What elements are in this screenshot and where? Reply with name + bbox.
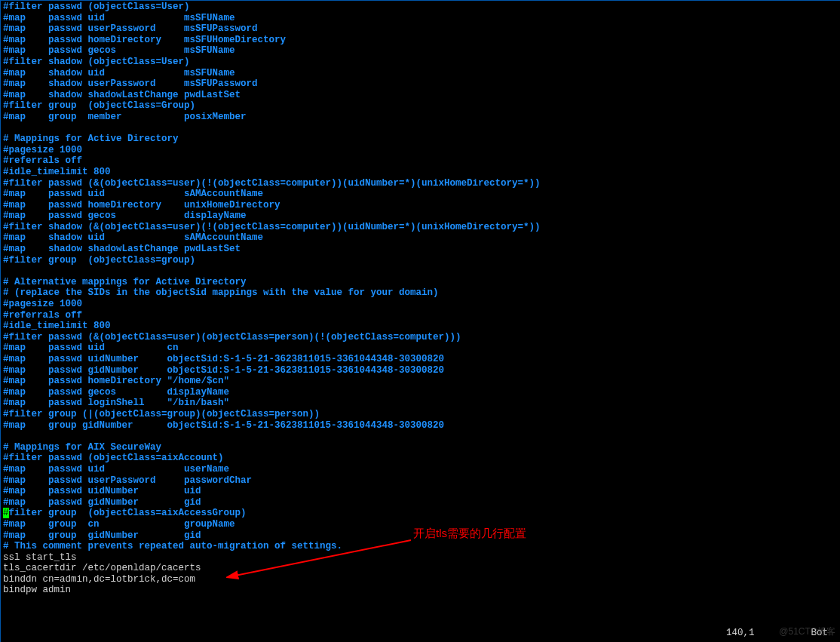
config-line: #filter shadow (objectClass=User) (3, 57, 837, 68)
config-line (3, 431, 837, 442)
config-line: #map passwd uidNumber uid (3, 486, 837, 497)
config-line: # This comment prevents repeated auto-mi… (3, 541, 837, 552)
config-line: #map passwd uidNumber objectSid:S-1-5-21… (3, 354, 837, 365)
config-line: #filter group (objectClass=group) (3, 255, 837, 266)
config-line: #map shadow shadowLastChange pwdLastSet (3, 90, 837, 101)
watermark: @51CTO博客 (779, 626, 835, 637)
config-line: #pagesize 1000 (3, 299, 837, 310)
config-line: #filter passwd (objectClass=aixAccount) (3, 453, 837, 464)
config-line: #map passwd gidNumber objectSid:S-1-5-21… (3, 365, 837, 376)
config-line: #filter passwd (objectClass=User) (3, 2, 837, 13)
config-line: bindpw admin (3, 585, 837, 596)
config-line: # Alternative mappings for Active Direct… (3, 277, 837, 288)
config-line: #referrals off (3, 310, 837, 321)
config-line: #filter shadow (&(objectClass=user)(!(ob… (3, 222, 837, 233)
config-line: #map shadow shadowLastChange pwdLastSet (3, 244, 837, 255)
config-line: #map passwd uid msSFUName (3, 13, 837, 24)
config-line: #map shadow uid sAMAccountName (3, 232, 837, 244)
config-line: binddn cn=admin,dc=lotbrick,dc=com (3, 574, 837, 585)
config-line: #map shadow userPassword msSFUPassword (3, 78, 837, 90)
config-line: #referrals off (3, 155, 837, 167)
config-line: tls_cacertdir /etc/openldap/cacerts (3, 563, 837, 574)
config-line: #map passwd homeDirectory unixHomeDirect… (3, 200, 837, 211)
config-line (3, 266, 837, 277)
config-line: #map passwd userPassword msSFUPassword (3, 23, 837, 35)
config-line: # Mappings for Active Directory (3, 134, 837, 145)
config-line: #map passwd loginShell "/bin/bash" (3, 398, 837, 409)
config-line: #pagesize 1000 (3, 145, 837, 156)
config-line: #map passwd uid sAMAccountName (3, 189, 837, 200)
config-line: #map passwd homeDirectory msSFUHomeDirec… (3, 35, 837, 46)
config-line: ssl start_tls (3, 552, 837, 564)
config-line: #map group gidNumber objectSid:S-1-5-21-… (3, 420, 837, 432)
config-line: #map passwd gecos displayName (3, 387, 837, 398)
config-line: #filter group (objectClass=aixAccessGrou… (3, 508, 837, 519)
config-line (3, 123, 837, 134)
config-line: #filter passwd (&(objectClass=user)(obje… (3, 332, 837, 343)
config-line: #map passwd homeDirectory "/home/$cn" (3, 376, 837, 387)
annotation-text: 开启tls需要的几行配置 (413, 528, 526, 539)
config-line: #map passwd gidNumber gid (3, 497, 837, 508)
config-line: #map passwd gecos displayName (3, 210, 837, 222)
config-line: #idle_timelimit 800 (3, 167, 837, 178)
terminal-content[interactable]: #filter passwd (objectClass=User)#map pa… (0, 0, 840, 597)
config-line: #map passwd uid userName (3, 464, 837, 475)
config-line: #map passwd userPassword passwordChar (3, 475, 837, 487)
config-line: # (replace the SIDs in the objectSid map… (3, 287, 837, 299)
config-line: #filter passwd (&(objectClass=user)(!(ob… (3, 178, 837, 189)
config-line: # Mappings for AIX SecureWay (3, 442, 837, 453)
config-line: #map shadow uid msSFUName (3, 68, 837, 79)
config-line: #filter group (|(objectClass=group)(obje… (3, 409, 837, 420)
config-line: #map passwd uid cn (3, 343, 837, 354)
config-line: #filter group (objectClass=Group) (3, 100, 837, 112)
config-line: #map group member posixMember (3, 112, 837, 123)
config-line: #map passwd gecos msSFUName (3, 45, 837, 57)
config-line: #idle_timelimit 800 (3, 321, 837, 332)
cursor-position: 140,1 (726, 628, 755, 639)
